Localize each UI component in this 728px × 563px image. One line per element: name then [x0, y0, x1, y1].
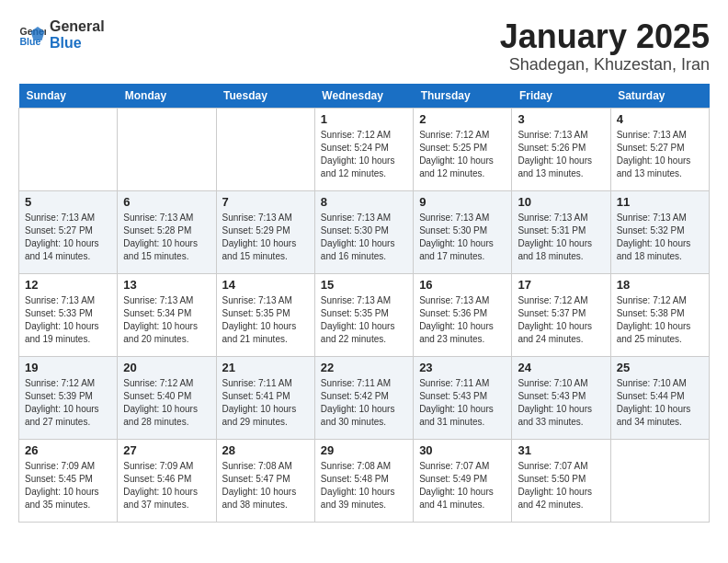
day-info: Sunrise: 7:12 AMSunset: 5:25 PMDaylight:… — [419, 129, 506, 180]
day-number: 9 — [419, 195, 506, 209]
month-title: January 2025 — [500, 18, 710, 55]
day-info: Sunrise: 7:13 AMSunset: 5:35 PMDaylight:… — [222, 294, 309, 346]
day-info: Sunrise: 7:11 AMSunset: 5:43 PMDaylight:… — [419, 377, 506, 429]
weekday-header-monday: Monday — [118, 84, 216, 109]
calendar-cell: 7Sunrise: 7:13 AMSunset: 5:29 PMDaylight… — [216, 190, 314, 273]
day-info: Sunrise: 7:13 AMSunset: 5:30 PMDaylight:… — [321, 212, 407, 263]
calendar-cell: 6Sunrise: 7:13 AMSunset: 5:28 PMDaylight… — [118, 190, 216, 273]
day-number: 17 — [518, 278, 604, 292]
weekday-header-wednesday: Wednesday — [314, 84, 413, 109]
calendar-cell: 21Sunrise: 7:11 AMSunset: 5:41 PMDayligh… — [216, 356, 314, 439]
day-number: 10 — [518, 195, 604, 209]
day-info: Sunrise: 7:08 AMSunset: 5:47 PMDaylight:… — [222, 460, 309, 511]
day-number: 12 — [25, 278, 111, 292]
day-info: Sunrise: 7:12 AMSunset: 5:37 PMDaylight:… — [518, 294, 604, 346]
day-info: Sunrise: 7:13 AMSunset: 5:27 PMDaylight:… — [617, 129, 703, 180]
day-number: 5 — [25, 195, 111, 209]
calendar-cell: 20Sunrise: 7:12 AMSunset: 5:40 PMDayligh… — [118, 356, 216, 439]
calendar-table: SundayMondayTuesdayWednesdayThursdayFrid… — [18, 84, 710, 523]
calendar-cell — [19, 108, 118, 190]
calendar-cell: 1Sunrise: 7:12 AMSunset: 5:24 PMDaylight… — [314, 108, 413, 190]
calendar-cell: 27Sunrise: 7:09 AMSunset: 5:46 PMDayligh… — [118, 439, 216, 522]
calendar-cell: 29Sunrise: 7:08 AMSunset: 5:48 PMDayligh… — [314, 439, 413, 522]
location-title: Shadegan, Khuzestan, Iran — [500, 55, 710, 75]
weekday-header-tuesday: Tuesday — [216, 84, 314, 109]
title-block: January 2025 Shadegan, Khuzestan, Iran — [500, 18, 710, 75]
day-info: Sunrise: 7:13 AMSunset: 5:34 PMDaylight:… — [123, 294, 210, 346]
week-row-5: 26Sunrise: 7:09 AMSunset: 5:45 PMDayligh… — [19, 439, 710, 522]
calendar-cell: 16Sunrise: 7:13 AMSunset: 5:36 PMDayligh… — [414, 273, 512, 356]
day-number: 31 — [518, 443, 604, 457]
logo-blue-text: Blue — [50, 35, 82, 51]
weekday-header-saturday: Saturday — [610, 84, 709, 109]
calendar-cell: 13Sunrise: 7:13 AMSunset: 5:34 PMDayligh… — [118, 273, 216, 356]
day-number: 27 — [123, 443, 210, 457]
day-number: 26 — [25, 443, 111, 457]
day-number: 20 — [123, 361, 210, 374]
day-number: 30 — [419, 443, 506, 457]
weekday-header-sunday: Sunday — [19, 84, 118, 109]
calendar-cell — [610, 439, 709, 522]
logo-general-text: General — [50, 18, 105, 34]
day-info: Sunrise: 7:13 AMSunset: 5:36 PMDaylight:… — [419, 294, 506, 346]
day-info: Sunrise: 7:13 AMSunset: 5:31 PMDaylight:… — [518, 212, 604, 263]
day-info: Sunrise: 7:11 AMSunset: 5:41 PMDaylight:… — [222, 377, 309, 429]
week-row-2: 5Sunrise: 7:13 AMSunset: 5:27 PMDaylight… — [19, 190, 710, 273]
page-header: General Blue General Blue January 2025 S… — [18, 18, 710, 75]
day-number: 6 — [123, 195, 210, 209]
day-info: Sunrise: 7:12 AMSunset: 5:38 PMDaylight:… — [617, 294, 703, 346]
logo: General Blue General Blue — [18, 18, 105, 51]
day-number: 3 — [518, 112, 604, 126]
day-number: 21 — [222, 361, 309, 374]
weekday-header-row: SundayMondayTuesdayWednesdayThursdayFrid… — [19, 84, 710, 109]
calendar-cell: 28Sunrise: 7:08 AMSunset: 5:47 PMDayligh… — [216, 439, 314, 522]
day-info: Sunrise: 7:11 AMSunset: 5:42 PMDaylight:… — [321, 377, 407, 429]
day-number: 24 — [518, 361, 604, 374]
calendar-cell: 8Sunrise: 7:13 AMSunset: 5:30 PMDaylight… — [314, 190, 413, 273]
week-row-3: 12Sunrise: 7:13 AMSunset: 5:33 PMDayligh… — [19, 273, 710, 356]
day-info: Sunrise: 7:07 AMSunset: 5:49 PMDaylight:… — [419, 460, 506, 511]
day-number: 29 — [321, 443, 407, 457]
calendar-cell: 22Sunrise: 7:11 AMSunset: 5:42 PMDayligh… — [314, 356, 413, 439]
day-number: 22 — [321, 361, 407, 374]
day-number: 19 — [25, 361, 111, 374]
day-info: Sunrise: 7:13 AMSunset: 5:29 PMDaylight:… — [222, 212, 309, 263]
calendar-cell: 24Sunrise: 7:10 AMSunset: 5:43 PMDayligh… — [512, 356, 610, 439]
day-info: Sunrise: 7:10 AMSunset: 5:43 PMDaylight:… — [518, 377, 604, 429]
day-info: Sunrise: 7:13 AMSunset: 5:28 PMDaylight:… — [123, 212, 210, 263]
day-number: 8 — [321, 195, 407, 209]
day-number: 14 — [222, 278, 309, 292]
calendar-cell: 14Sunrise: 7:13 AMSunset: 5:35 PMDayligh… — [216, 273, 314, 356]
day-number: 4 — [617, 112, 703, 126]
calendar-cell: 17Sunrise: 7:12 AMSunset: 5:37 PMDayligh… — [512, 273, 610, 356]
calendar-cell: 18Sunrise: 7:12 AMSunset: 5:38 PMDayligh… — [610, 273, 709, 356]
day-number: 18 — [617, 278, 703, 292]
day-number: 13 — [123, 278, 210, 292]
day-info: Sunrise: 7:13 AMSunset: 5:26 PMDaylight:… — [518, 129, 604, 180]
day-info: Sunrise: 7:12 AMSunset: 5:39 PMDaylight:… — [25, 377, 111, 429]
day-number: 15 — [321, 278, 407, 292]
day-number: 16 — [419, 278, 506, 292]
calendar-cell: 4Sunrise: 7:13 AMSunset: 5:27 PMDaylight… — [610, 108, 709, 190]
calendar-cell: 3Sunrise: 7:13 AMSunset: 5:26 PMDaylight… — [512, 108, 610, 190]
calendar-cell: 12Sunrise: 7:13 AMSunset: 5:33 PMDayligh… — [19, 273, 118, 356]
calendar-cell: 23Sunrise: 7:11 AMSunset: 5:43 PMDayligh… — [414, 356, 512, 439]
calendar-cell: 9Sunrise: 7:13 AMSunset: 5:30 PMDaylight… — [414, 190, 512, 273]
day-info: Sunrise: 7:09 AMSunset: 5:45 PMDaylight:… — [25, 460, 111, 511]
calendar-cell: 19Sunrise: 7:12 AMSunset: 5:39 PMDayligh… — [19, 356, 118, 439]
day-number: 23 — [419, 361, 506, 374]
calendar-cell: 5Sunrise: 7:13 AMSunset: 5:27 PMDaylight… — [19, 190, 118, 273]
calendar-cell: 2Sunrise: 7:12 AMSunset: 5:25 PMDaylight… — [414, 108, 512, 190]
day-info: Sunrise: 7:13 AMSunset: 5:35 PMDaylight:… — [321, 294, 407, 346]
day-number: 7 — [222, 195, 309, 209]
weekday-header-thursday: Thursday — [414, 84, 512, 109]
day-info: Sunrise: 7:13 AMSunset: 5:30 PMDaylight:… — [419, 212, 506, 263]
calendar-cell: 10Sunrise: 7:13 AMSunset: 5:31 PMDayligh… — [512, 190, 610, 273]
week-row-4: 19Sunrise: 7:12 AMSunset: 5:39 PMDayligh… — [19, 356, 710, 439]
day-number: 2 — [419, 112, 506, 126]
day-number: 1 — [321, 112, 407, 126]
day-info: Sunrise: 7:12 AMSunset: 5:40 PMDaylight:… — [123, 377, 210, 429]
day-info: Sunrise: 7:12 AMSunset: 5:24 PMDaylight:… — [321, 129, 407, 180]
calendar-cell: 26Sunrise: 7:09 AMSunset: 5:45 PMDayligh… — [19, 439, 118, 522]
weekday-header-friday: Friday — [512, 84, 610, 109]
